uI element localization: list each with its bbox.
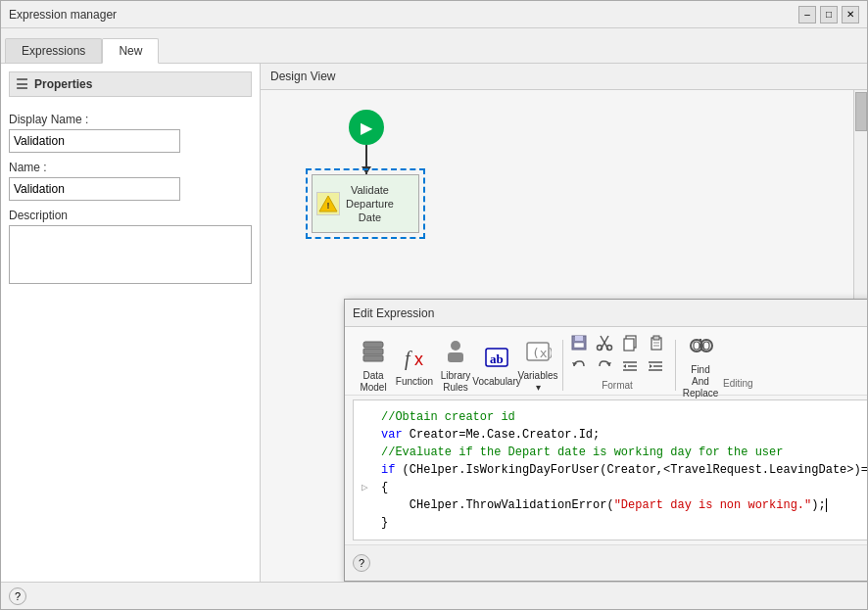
undo-icon xyxy=(570,357,588,375)
library-rules-icon xyxy=(442,338,469,368)
dialog-title: Edit Expression xyxy=(353,306,434,320)
main-help-button[interactable]: ? xyxy=(9,587,26,605)
svg-marker-35 xyxy=(650,364,652,368)
indent-decrease-icon xyxy=(621,357,639,375)
code-line-3: //Evaluate if the Depart date is working… xyxy=(362,444,867,461)
svg-rect-14 xyxy=(575,336,583,341)
svg-text:ab: ab xyxy=(490,352,504,366)
description-label: Description xyxy=(9,209,252,222)
redo-icon xyxy=(596,357,613,375)
undo-button[interactable] xyxy=(567,354,591,378)
person-icon xyxy=(442,338,469,365)
function-button[interactable]: f x Function xyxy=(394,340,435,391)
vocabulary-button[interactable]: ab Vocabulary xyxy=(476,340,517,391)
code-line-5: ▷ { xyxy=(362,479,867,496)
svg-text:x: x xyxy=(414,350,423,369)
function-label: Function xyxy=(396,376,433,388)
main-footer: ? xyxy=(1,582,867,609)
tab-new[interactable]: New xyxy=(102,38,159,64)
main-titlebar: Expression manager – □ ✕ xyxy=(1,1,867,28)
svg-rect-40 xyxy=(699,344,701,348)
variables-icon-svg: (x) xyxy=(524,338,552,365)
format-group-label: Format xyxy=(602,380,633,391)
close-button[interactable]: ✕ xyxy=(842,6,859,23)
variables-label: Variables ▾ xyxy=(518,370,558,394)
svg-point-19 xyxy=(607,346,612,351)
dialog-overlay: Edit Expression – □ ✕ xyxy=(261,64,867,582)
right-panel: Design View ▶ ! ValidateDepartureDate xyxy=(261,64,867,582)
data-model-label: DataModel xyxy=(360,370,386,394)
indent-increase-button[interactable] xyxy=(644,354,667,378)
code-line-6: CHelper.ThrowValidationError("Depart day… xyxy=(362,496,867,514)
svg-text:(x): (x) xyxy=(532,346,552,360)
cut-button[interactable] xyxy=(593,331,616,354)
properties-title: ☰ Properties xyxy=(9,71,252,97)
dialog-titlebar: Edit Expression – □ ✕ xyxy=(345,300,867,327)
toolbar-sep-2 xyxy=(675,340,676,391)
svg-rect-8 xyxy=(448,352,463,362)
properties-icon: ☰ xyxy=(16,76,28,92)
code-editor[interactable]: //Obtain creator id var Creator=Me.Case.… xyxy=(353,399,867,540)
properties-label: Properties xyxy=(34,77,92,91)
svg-point-18 xyxy=(598,346,603,351)
name-input[interactable] xyxy=(9,177,180,201)
copy-button[interactable] xyxy=(618,331,642,354)
name-label: Name : xyxy=(9,161,252,174)
fx-icon: f x xyxy=(401,344,428,371)
tab-bar: Expressions New xyxy=(1,28,867,64)
toolbar-sep-1 xyxy=(562,340,563,391)
titlebar-controls: – □ ✕ xyxy=(798,6,859,23)
indent-decrease-button[interactable] xyxy=(618,354,642,378)
code-line-2: var Creator=Me.Case.Creator.Id; xyxy=(362,426,867,444)
svg-rect-3 xyxy=(363,349,383,354)
find-replace-icon xyxy=(687,332,714,362)
tab-expressions[interactable]: Expressions xyxy=(5,38,102,63)
editing-label: Editing xyxy=(723,378,753,389)
svg-rect-23 xyxy=(653,336,659,340)
indent-increase-icon xyxy=(647,357,664,375)
description-textarea[interactable] xyxy=(9,225,252,284)
format-row-1 xyxy=(567,331,667,354)
vocabulary-icon: ab xyxy=(483,344,510,374)
library-rules-label: LibraryRules xyxy=(441,370,471,394)
svg-rect-39 xyxy=(703,342,709,350)
save-button[interactable] xyxy=(567,331,591,354)
minimize-button[interactable]: – xyxy=(798,6,816,23)
redo-button[interactable] xyxy=(593,354,616,378)
dialog-help-button[interactable]: ? xyxy=(353,554,370,572)
svg-text:f: f xyxy=(405,348,412,370)
data-model-icon xyxy=(360,338,387,368)
code-line-4: if (CHelper.IsWorkingDayForUser(Creator,… xyxy=(362,461,867,479)
code-line-1: //Obtain creator id xyxy=(362,408,867,426)
svg-marker-31 xyxy=(623,364,626,368)
svg-rect-15 xyxy=(574,343,584,348)
main-title: Expression manager xyxy=(9,8,117,22)
svg-rect-21 xyxy=(624,339,634,351)
format-group: Format xyxy=(567,331,667,391)
format-row-2 xyxy=(567,354,667,378)
footer-left: ? xyxy=(353,554,370,572)
function-icon: f x xyxy=(401,344,428,374)
display-name-input[interactable] xyxy=(9,129,180,153)
display-name-label: Display Name : xyxy=(9,113,252,126)
code-line-7: } xyxy=(362,514,867,532)
paste-icon xyxy=(647,334,664,352)
library-rules-button[interactable]: LibraryRules xyxy=(435,340,476,391)
binoculars-icon xyxy=(687,332,714,359)
data-model-button[interactable]: DataModel xyxy=(353,340,394,391)
svg-rect-38 xyxy=(694,342,699,350)
find-replace-button[interactable]: Find AndReplace xyxy=(680,340,721,391)
ab-icon: ab xyxy=(483,344,510,371)
dialog-footer: ? Ok Cancel xyxy=(345,544,867,581)
save-icon xyxy=(570,334,588,352)
main-content: ☰ Properties Display Name : Name : Descr… xyxy=(1,64,867,582)
dialog-toolbar: DataModel f x Function xyxy=(345,327,867,396)
variables-button[interactable]: (x) Variables ▾ xyxy=(517,340,558,391)
cut-icon xyxy=(596,334,613,352)
paste-button[interactable] xyxy=(644,331,667,354)
left-panel: ☰ Properties Display Name : Name : Descr… xyxy=(1,64,261,582)
copy-icon xyxy=(621,334,639,352)
edit-expression-dialog: Edit Expression – □ ✕ xyxy=(344,299,867,582)
maximize-button[interactable]: □ xyxy=(820,6,838,23)
svg-point-7 xyxy=(451,341,460,351)
